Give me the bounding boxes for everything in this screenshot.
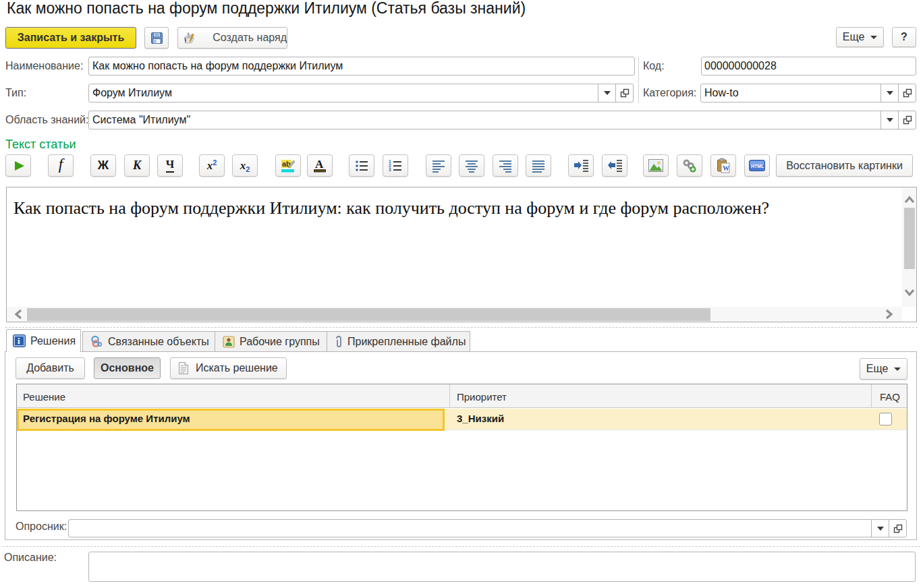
svg-text:i: i xyxy=(18,336,20,346)
svg-text:A: A xyxy=(315,158,324,171)
svg-text:HTML: HTML xyxy=(751,164,764,169)
svg-text:W: W xyxy=(723,165,729,172)
svg-text:3: 3 xyxy=(389,167,391,172)
